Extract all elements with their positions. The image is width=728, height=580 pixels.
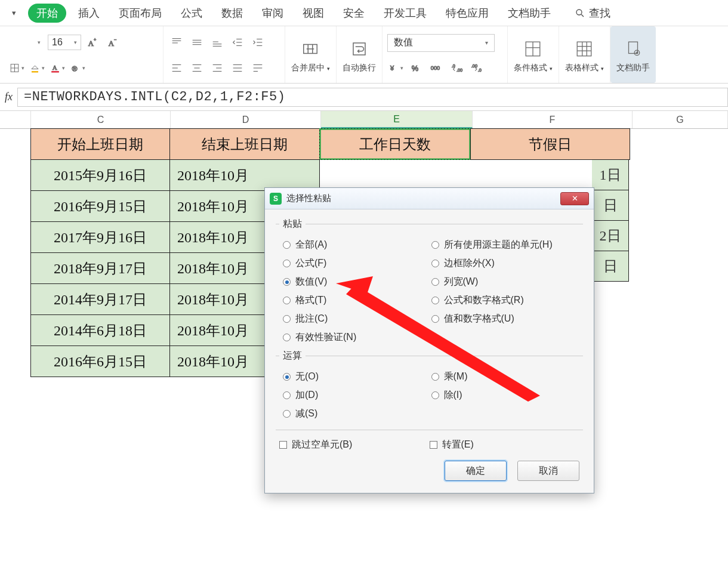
formula-input[interactable]: =NETWORKDAYS.INTL(C2,D2,1,F2:F5) xyxy=(17,88,728,107)
col-header-G[interactable]: G xyxy=(633,111,728,128)
tab-assist[interactable]: 文档助手 xyxy=(501,2,558,24)
cell[interactable]: 2017年9月16日 xyxy=(30,221,170,253)
col-header-C[interactable]: C xyxy=(31,111,171,128)
radio-label: 公式和数字格式(R) xyxy=(444,294,524,307)
dialog-titlebar[interactable]: S 选择性粘贴 ✕ xyxy=(265,188,594,209)
tab-data[interactable]: 数据 xyxy=(214,2,250,24)
outdent-icon[interactable] xyxy=(229,34,246,51)
check-transpose[interactable]: 转置(E) xyxy=(430,439,580,451)
radio-op-sub[interactable]: 减(S) xyxy=(283,408,431,420)
cell-peek[interactable]: 日 xyxy=(592,251,629,282)
doc-assist-button[interactable]: 文档助手 xyxy=(610,26,656,83)
align-right-icon[interactable] xyxy=(209,60,226,76)
radio-all[interactable]: 全部(A) xyxy=(283,239,431,251)
tab-search-label: 查找 xyxy=(589,6,610,20)
doc-assist-label: 文档助手 xyxy=(616,61,650,73)
col-header-F[interactable]: F xyxy=(473,111,633,128)
radio-formulas[interactable]: 公式(F) xyxy=(283,257,431,270)
tab-security[interactable]: 安全 xyxy=(336,2,372,24)
check-skip-blanks[interactable]: 跳过空单元(B) xyxy=(279,439,430,451)
radio-colwidth[interactable]: 列宽(W) xyxy=(431,276,580,288)
radio-label: 边框除外(X) xyxy=(444,257,495,270)
font-size-select[interactable]: 16 xyxy=(48,35,81,50)
cell-peek[interactable]: 日 xyxy=(592,190,629,221)
radio-op-none[interactable]: 无(O) xyxy=(283,371,431,383)
radio-valnum[interactable]: 值和数字格式(U) xyxy=(431,313,580,325)
distribute-icon[interactable] xyxy=(249,60,266,76)
app-menu-caret[interactable]: ▾ xyxy=(12,8,16,17)
cell[interactable]: 2016年6月15日 xyxy=(30,345,170,377)
tab-layout[interactable]: 页面布局 xyxy=(112,2,169,24)
svg-text:.0: .0 xyxy=(478,67,482,73)
tab-view[interactable]: 视图 xyxy=(295,2,331,24)
decrease-decimal-icon[interactable]: .00.0 xyxy=(468,60,485,76)
svg-text:A: A xyxy=(53,64,57,71)
asian-layout-icon[interactable]: ㊟ xyxy=(69,60,86,76)
border-icon[interactable] xyxy=(8,60,25,76)
tab-search[interactable]: 查找 xyxy=(567,2,618,24)
radio-formats[interactable]: 格式(T) xyxy=(283,294,431,307)
cell-peek[interactable]: 1日 xyxy=(592,159,629,190)
cancel-button[interactable]: 取消 xyxy=(517,461,579,481)
autowrap-button[interactable]: 自动换行 xyxy=(337,26,382,83)
cell[interactable]: 2015年9月16日 xyxy=(30,159,170,191)
align-center-icon[interactable] xyxy=(189,60,205,76)
col-header-E[interactable]: E xyxy=(321,111,473,128)
font-color-icon[interactable]: A xyxy=(49,60,66,76)
radio-label: 批注(C) xyxy=(295,313,328,325)
cell[interactable]: 2016年9月15日 xyxy=(30,190,170,222)
cell-header-C[interactable]: 开始上班日期 xyxy=(30,128,170,160)
fill-icon[interactable] xyxy=(29,60,45,76)
decrease-font-icon[interactable]: A− xyxy=(105,34,122,51)
comma-icon[interactable]: 000 xyxy=(428,60,445,76)
align-top-icon[interactable] xyxy=(168,34,185,51)
number-format-select[interactable]: 数值 xyxy=(387,34,495,52)
justify-icon[interactable] xyxy=(229,60,246,76)
col-header-D[interactable]: D xyxy=(171,111,321,128)
radio-op-mul[interactable]: 乘(M) xyxy=(431,371,580,383)
svg-text:000: 000 xyxy=(431,65,440,71)
cell[interactable]: 2018年10月 xyxy=(169,159,320,191)
cell-header-F[interactable]: 节假日 xyxy=(470,128,630,160)
close-button[interactable]: ✕ xyxy=(560,192,589,205)
cell[interactable]: 2014年9月17日 xyxy=(30,283,170,315)
cell-header-E[interactable]: 工作日天数 xyxy=(319,128,471,160)
radio-label: 无(O) xyxy=(295,371,319,383)
percent-icon[interactable]: % xyxy=(408,60,424,76)
indent-icon[interactable] xyxy=(249,34,266,51)
currency-icon[interactable]: ¥ xyxy=(387,60,404,76)
cell-peek[interactable]: 2日 xyxy=(592,220,629,251)
tab-dev[interactable]: 开发工具 xyxy=(377,2,434,24)
radio-label: 加(D) xyxy=(295,389,318,402)
align-left-icon[interactable] xyxy=(168,60,185,76)
radio-formnum[interactable]: 公式和数字格式(R) xyxy=(431,294,580,307)
radio-theme[interactable]: 所有使用源主题的单元(H) xyxy=(431,239,580,251)
radio-comments[interactable]: 批注(C) xyxy=(283,313,431,325)
svg-rect-57 xyxy=(577,42,591,56)
cell[interactable]: 2014年6月18日 xyxy=(30,314,170,346)
radio-validation[interactable]: 有效性验证(N) xyxy=(283,331,431,344)
tab-review[interactable]: 审阅 xyxy=(255,2,291,24)
align-middle-icon[interactable] xyxy=(189,34,205,51)
merge-center-button[interactable]: 合并居中 ▾ xyxy=(285,26,337,83)
radio-noborder[interactable]: 边框除外(X) xyxy=(431,257,580,270)
radio-op-add[interactable]: 加(D) xyxy=(283,389,431,402)
increase-decimal-icon[interactable]: .0.00 xyxy=(448,60,465,76)
tab-formula[interactable]: 公式 xyxy=(174,2,209,24)
ok-button[interactable]: 确定 xyxy=(445,461,507,481)
tab-insert[interactable]: 插入 xyxy=(71,2,107,24)
radio-op-div[interactable]: 除(I) xyxy=(431,389,580,402)
fx-label[interactable]: fx xyxy=(5,91,13,103)
cell[interactable]: 2018年9月17日 xyxy=(30,252,170,284)
cell-header-D[interactable]: 结束上班日期 xyxy=(169,128,320,160)
conditional-format-button[interactable]: 条件格式 ▾ xyxy=(508,26,559,83)
align-bottom-icon[interactable] xyxy=(209,34,226,51)
tab-start[interactable]: 开始 xyxy=(28,4,66,23)
svg-text:+: + xyxy=(94,37,96,42)
table-style-label: 表格样式 xyxy=(565,63,599,72)
table-style-button[interactable]: 表格样式 ▾ xyxy=(559,26,610,83)
tab-special[interactable]: 特色应用 xyxy=(439,2,496,24)
ribbon: 16 A+ A− A ㊟ 合并居中 ▾ 自 xyxy=(0,26,728,84)
increase-font-icon[interactable]: A+ xyxy=(85,34,101,51)
radio-values[interactable]: 数值(V) xyxy=(283,276,431,288)
